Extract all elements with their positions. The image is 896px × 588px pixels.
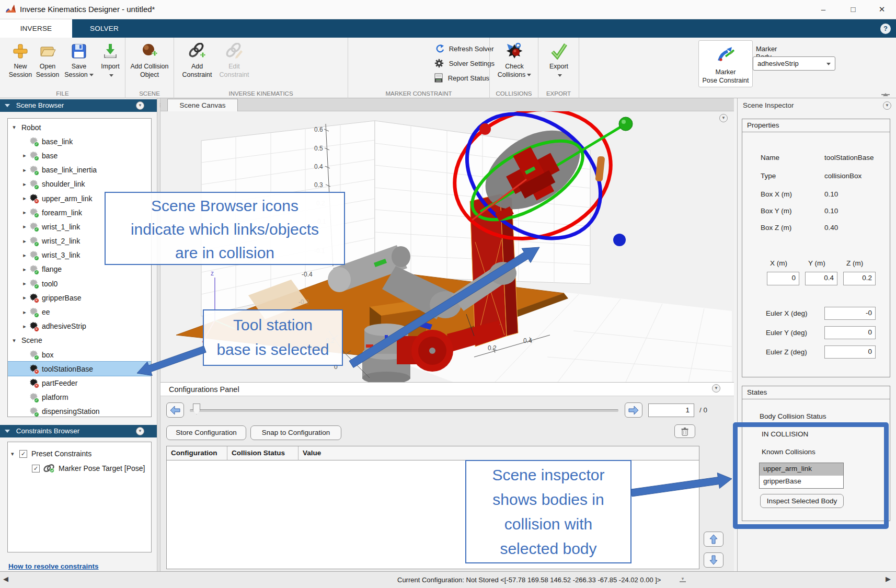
- status-dock-icon[interactable]: ▼: [680, 577, 686, 582]
- tree-row[interactable]: ▾ Scene: [8, 333, 151, 348]
- expand-arrow-icon[interactable]: ▾: [10, 337, 18, 344]
- collapse-right-icon[interactable]: ▶: [886, 575, 891, 583]
- tree-item-label: wrist_3_link: [42, 251, 80, 259]
- tree-row[interactable]: dispensingStation: [8, 405, 151, 417]
- tree-row[interactable]: ▸ base_link_inertia: [8, 163, 151, 177]
- check-collisions-button[interactable]: Check Collisions: [494, 41, 535, 79]
- axis-tick: 0.6: [314, 126, 323, 133]
- expand-arrow-icon[interactable]: ▾: [10, 124, 18, 131]
- collapse-left-icon[interactable]: ◀: [3, 575, 8, 583]
- expand-arrow-icon[interactable]: ▾: [11, 451, 19, 457]
- expand-arrow-icon[interactable]: ▸: [20, 309, 29, 316]
- help-button[interactable]: ?: [880, 24, 891, 34]
- tab-inverse-kinematics[interactable]: INVERSE KINEMATICS: [0, 19, 72, 38]
- marker-body-dropdown[interactable]: adhesiveStrip: [753, 56, 835, 71]
- collision-status-icon: [30, 364, 39, 373]
- panel-splitter[interactable]: ⋮: [157, 98, 160, 571]
- canvas-menu-icon[interactable]: ▼: [719, 114, 728, 122]
- resolve-constraints-link[interactable]: How to resolve constraints: [8, 562, 99, 570]
- tree-row[interactable]: ▸ ee: [8, 305, 151, 319]
- axis-tick: 0.2: [488, 344, 497, 352]
- collision-status-icon: [30, 166, 39, 175]
- expand-arrow-icon[interactable]: ▸: [20, 294, 29, 301]
- axis-tick: 0.4: [314, 163, 323, 170]
- constraints-browser-collapse-icon[interactable]: [5, 430, 10, 433]
- constraints-browser-menu-icon[interactable]: ▼: [136, 427, 144, 435]
- ribbon-group-scene: Add Collision Object SCENE: [125, 38, 174, 98]
- expand-arrow-icon[interactable]: ▸: [20, 280, 29, 287]
- expand-arrow-icon[interactable]: ▸: [20, 238, 29, 245]
- tree-row[interactable]: ▾ Robot: [8, 120, 151, 134]
- add-constraint-button[interactable]: Add Constraint: [177, 41, 217, 79]
- expand-arrow-icon[interactable]: ▸: [20, 323, 29, 330]
- column-header[interactable]: Configuration: [167, 446, 227, 460]
- expand-arrow-icon[interactable]: ▸: [20, 209, 29, 216]
- scene-inspector-menu-icon[interactable]: ▼: [883, 101, 891, 110]
- export-button[interactable]: Export: [538, 41, 579, 80]
- euler-y-input[interactable]: 0: [824, 326, 876, 339]
- add-collision-object-button[interactable]: Add Collision Object: [129, 41, 170, 79]
- minimize-button[interactable]: –: [815, 2, 831, 17]
- column-header[interactable]: Value: [298, 446, 699, 460]
- tree-row[interactable]: toolStationBase: [8, 362, 151, 376]
- expand-arrow-icon[interactable]: ▸: [20, 152, 29, 159]
- expand-arrow-icon[interactable]: ▸: [20, 167, 29, 174]
- next-configuration-button[interactable]: [625, 402, 642, 418]
- tree-item-label: Robot: [21, 123, 41, 132]
- move-down-button[interactable]: [704, 552, 723, 568]
- tree-row[interactable]: ▸ adhesiveStrip: [8, 319, 151, 333]
- tree-item-label: wrist_2_link: [42, 237, 80, 245]
- tree-row[interactable]: base_link: [8, 134, 151, 148]
- configurations-menu-icon[interactable]: ▼: [712, 384, 720, 393]
- trash-icon: [681, 427, 689, 436]
- maximize-button[interactable]: □: [845, 2, 861, 17]
- marker-pose-constraint-button[interactable]: Marker Pose Constraint: [698, 40, 753, 87]
- expand-arrow-icon[interactable]: ▸: [20, 195, 29, 202]
- column-header[interactable]: Collision Status: [227, 446, 298, 460]
- collision-status-icon: [30, 293, 39, 302]
- tree-row[interactable]: ▸ base: [8, 148, 151, 163]
- import-button[interactable]: Import: [90, 41, 131, 80]
- store-configuration-button[interactable]: Store Configuration: [166, 425, 246, 440]
- configurations-panel-header: Configurations Panel ▼: [160, 383, 734, 396]
- tree-row[interactable]: ▸ tool0: [8, 276, 151, 291]
- marker-pose-target-row[interactable]: ✓ Marker Pose Target [Pose]: [8, 461, 151, 476]
- scene-browser-menu-icon[interactable]: ▼: [136, 101, 144, 110]
- snap-to-configuration-button[interactable]: Snap to Configuration: [250, 425, 341, 440]
- x-input[interactable]: 0: [767, 272, 799, 285]
- configuration-index-input[interactable]: 1: [648, 403, 694, 417]
- tree-row[interactable]: partFeeder: [8, 376, 151, 390]
- tree-row[interactable]: ▸ gripperBase: [8, 291, 151, 305]
- scene-inspector-title: Scene Inspector: [743, 101, 794, 109]
- euler-x-input[interactable]: -0: [824, 307, 876, 320]
- expand-arrow-icon[interactable]: ▸: [20, 223, 29, 230]
- left-arrow-icon: [170, 406, 180, 415]
- tab-solver[interactable]: SOLVER: [78, 19, 130, 38]
- expand-arrow-icon[interactable]: ▸: [20, 252, 29, 259]
- scene-browser-collapse-icon[interactable]: [5, 104, 10, 107]
- add-constraint-icon: [177, 43, 217, 61]
- close-button[interactable]: ✕: [874, 2, 890, 17]
- y-input[interactable]: 0.4: [805, 272, 837, 285]
- expand-arrow-icon[interactable]: ▸: [20, 181, 29, 188]
- configuration-slider[interactable]: [190, 409, 618, 412]
- move-up-button[interactable]: [704, 532, 723, 547]
- export-caret-icon: [558, 74, 562, 77]
- euler-z-input[interactable]: 0: [824, 345, 876, 359]
- tab-scene-canvas[interactable]: Scene Canvas: [167, 99, 238, 111]
- tree-row[interactable]: ▸ shoulder_link: [8, 177, 151, 191]
- marker-pose-target-checkbox[interactable]: ✓: [32, 465, 40, 472]
- expand-arrow-icon[interactable]: ▸: [20, 266, 29, 273]
- preset-constraints-checkbox[interactable]: ✓: [19, 450, 27, 458]
- configuration-slider-thumb[interactable]: [193, 403, 200, 414]
- preset-constraints-row[interactable]: ▾ ✓ Preset Constraints: [8, 446, 151, 461]
- tree-row[interactable]: platform: [8, 390, 151, 405]
- delete-configuration-button[interactable]: [674, 424, 695, 438]
- x-label: X (m): [770, 259, 787, 267]
- collision-status-icon: [30, 308, 39, 317]
- z-input[interactable]: 0.2: [843, 272, 876, 285]
- collapse-ribbon-button[interactable]: [881, 89, 890, 95]
- tree-item-label: base_link: [42, 137, 73, 146]
- tree-row[interactable]: box: [8, 348, 151, 362]
- previous-configuration-button[interactable]: [166, 402, 184, 418]
